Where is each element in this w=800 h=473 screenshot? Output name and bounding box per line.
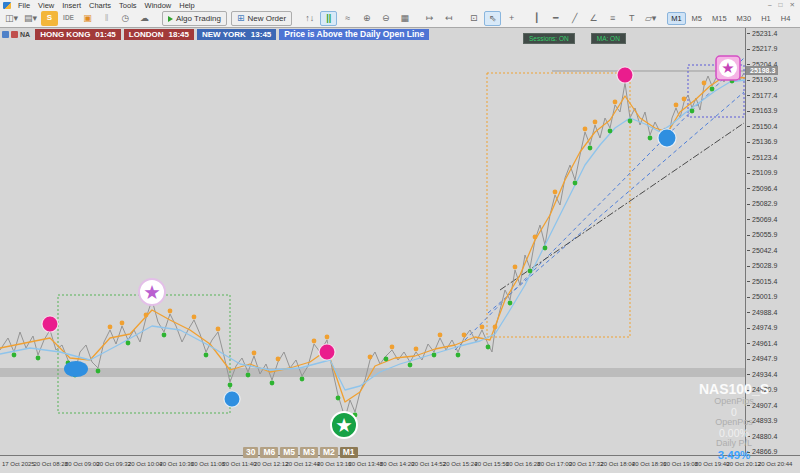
swing-low-dot <box>588 146 593 151</box>
swing-high-dot <box>553 190 558 195</box>
vertical-line-tool-icon[interactable]: ┃ <box>528 11 545 26</box>
chart-profiles-dropdown-icon[interactable]: ▤▾ <box>22 11 39 26</box>
toolbar-left-icons: ◫▾▤▾SIDE▣‖◷☁ <box>2 11 154 26</box>
channel-tool-icon[interactable]: ∠ <box>585 11 602 26</box>
session-name: HONG KONG <box>40 30 90 39</box>
shapes-dropdown-icon[interactable]: ▱▾ <box>642 11 659 26</box>
quick-timeframe-M3[interactable]: M3 <box>300 447 318 458</box>
shift-end-icon[interactable]: ↦ <box>421 11 438 26</box>
timeframe-M5[interactable]: M5 <box>688 12 706 25</box>
chart-tab[interactable]: NA <box>0 31 32 38</box>
swing-low-dot <box>336 396 341 401</box>
line-chart-icon[interactable]: ≈ <box>339 11 356 26</box>
swing-high-dot <box>493 325 498 330</box>
market-lock-icon[interactable]: ▣ <box>79 11 96 26</box>
menu-file[interactable]: File <box>14 1 34 10</box>
swing-low-dot <box>528 269 533 274</box>
auto-shift-icon[interactable]: ↤ <box>440 11 457 26</box>
time-tick: 20 Oct 19:40 <box>695 461 729 467</box>
indicator-toggle-1[interactable]: MA: ON <box>591 33 626 44</box>
dock-icon-red <box>11 31 18 38</box>
timeframe-H4[interactable]: H4 <box>777 12 795 25</box>
swing-high-dot <box>216 327 221 332</box>
time-tick: 20 Oct 19:08 <box>664 461 698 467</box>
trendline-1[interactable] <box>488 92 744 313</box>
session-badges: HONG KONG01:45LONDON18:45NEW YORK13:45 <box>35 29 276 40</box>
swing-low-dot <box>228 383 233 388</box>
app-logo-icon <box>3 2 11 9</box>
menu-window[interactable]: Window <box>141 1 176 10</box>
menu-help[interactable]: Help <box>175 1 198 10</box>
time-tick: 20 Oct 20:12 <box>727 461 761 467</box>
virtual-hosting-icon[interactable]: ☁ <box>136 11 153 26</box>
mql5-services-icon[interactable]: S <box>41 11 58 26</box>
new-order-icon: ⊞ <box>237 14 245 23</box>
fibonacci-tool-icon[interactable]: ≡ <box>604 11 621 26</box>
swing-high-dot <box>682 97 687 102</box>
session-name: NEW YORK <box>202 30 246 39</box>
quick-timeframe-M5[interactable]: M5 <box>280 447 298 458</box>
marker-signal-blue-1[interactable] <box>224 391 240 407</box>
bar-chart-icon[interactable]: || <box>320 11 337 26</box>
cursor-tool-icon[interactable]: ⇖ <box>484 11 501 26</box>
ide-editor-icon[interactable]: IDE <box>60 11 77 26</box>
crosshair-tool-icon[interactable]: + <box>503 11 520 26</box>
dock-icon-blue <box>2 31 9 38</box>
marker-signal-pink-1[interactable] <box>42 316 58 332</box>
quick-timeframe-M2[interactable]: M2 <box>320 447 338 458</box>
price-tick: 24961.4 <box>747 340 777 347</box>
price-chart-canvas[interactable]: ★★★ <box>0 28 745 455</box>
price-tick: 25136.9 <box>747 138 777 145</box>
alerts-bell-icon[interactable]: ◷ <box>117 11 134 26</box>
indicator-toggle-0[interactable]: Sessions: ON <box>523 33 575 44</box>
quick-timeframe-30[interactable]: 30 <box>243 447 258 458</box>
timeframe-H1[interactable]: H1 <box>757 12 775 25</box>
marker-signal-blue-2[interactable] <box>658 129 676 147</box>
algo-trading-button[interactable]: Algo Trading <box>162 11 227 26</box>
trendline-2[interactable] <box>500 123 744 290</box>
price-position-banner: Price is Above the Daily Open Line <box>279 29 429 40</box>
timeframe-M30[interactable]: M30 <box>733 12 756 25</box>
trendline-tool-icon[interactable]: ╱ <box>566 11 583 26</box>
session-time: 18:45 <box>169 30 189 39</box>
chart-area[interactable]: ★★★ NA HONG KONG01:45LONDON18:45NEW YORK… <box>0 28 745 455</box>
zoom-in-icon[interactable]: ⊕ <box>358 11 375 26</box>
timeframe-M15[interactable]: M15 <box>708 12 731 25</box>
grid-toggle-icon[interactable]: ▦ <box>396 11 413 26</box>
timeframe-D1[interactable]: D1 <box>796 12 800 25</box>
tick-chart-icon[interactable]: ↑↓ <box>301 11 318 26</box>
bottom-timeframe-buttons: 30M6M5M3M2M1 <box>243 447 358 458</box>
marker-signal-pink-3[interactable] <box>617 67 633 83</box>
menu-view[interactable]: View <box>34 1 58 10</box>
price-tick: 25042.4 <box>747 247 777 254</box>
menu-bar: FileViewInsertChartsToolsWindowHelp –□✕ <box>0 0 800 10</box>
zoom-out-icon[interactable]: ⊖ <box>377 11 394 26</box>
series-ma-slow <box>0 80 745 390</box>
time-tick: 20 Oct 14:52 <box>412 461 446 467</box>
quick-timeframe-M6[interactable]: M6 <box>260 447 278 458</box>
session-time: 01:45 <box>95 30 115 39</box>
minimize-button[interactable]: – <box>768 1 772 9</box>
menu-insert[interactable]: Insert <box>58 1 85 10</box>
series-ma-fast <box>0 76 745 402</box>
chart-type-dropdown-icon[interactable]: ◫▾ <box>3 11 20 26</box>
swing-low-dot <box>126 341 131 346</box>
marker-signal-pink-2[interactable] <box>319 344 335 360</box>
timeframe-M1[interactable]: M1 <box>667 12 685 25</box>
depth-of-market-icon[interactable]: ‖ <box>98 11 115 26</box>
price-tick: 24947.9 <box>747 355 777 362</box>
marker-blue-blob[interactable] <box>64 361 88 377</box>
time-tick: 20 Oct 08:28 <box>34 461 68 467</box>
text-tool-icon[interactable]: T <box>623 11 640 26</box>
menu-charts[interactable]: Charts <box>85 1 115 10</box>
timeframe-buttons: M1M5M15M30H1H4D1W1MN <box>666 12 800 25</box>
horizontal-line-tool-icon[interactable]: ━ <box>547 11 564 26</box>
swing-high-dot <box>462 333 467 338</box>
new-order-button[interactable]: ⊞ New Order <box>231 11 292 26</box>
quick-timeframe-M1[interactable]: M1 <box>340 447 358 458</box>
auto-scroll-icon[interactable]: ⊡ <box>465 11 482 26</box>
restore-button[interactable]: □ <box>779 1 783 9</box>
swing-high-dot <box>533 235 538 240</box>
close-button[interactable]: ✕ <box>790 1 795 9</box>
menu-tools[interactable]: Tools <box>115 1 141 10</box>
